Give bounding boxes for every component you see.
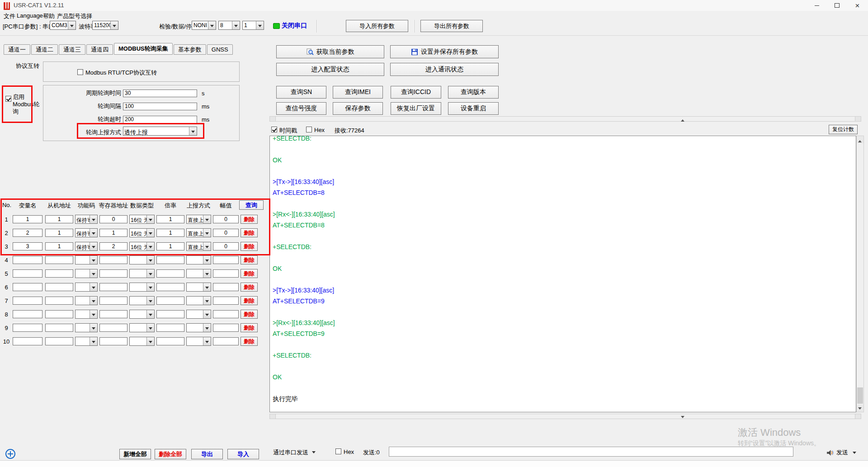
chevron-down-icon[interactable] [203,242,211,250]
chevron-down-icon[interactable] [90,215,97,223]
set-save-all-params-button[interactable]: 设置并保存所有参数 [390,45,499,58]
var-name-input[interactable] [13,256,42,264]
scroll-up-icon[interactable] [857,136,863,143]
scale-input[interactable] [156,242,184,250]
report-mode-select[interactable] [186,310,211,319]
stop-bits-select[interactable]: 1 [242,21,264,30]
chevron-down-icon[interactable] [146,229,154,237]
splitter-up-icon[interactable] [681,118,684,122]
chevron-down-icon[interactable] [90,310,97,318]
data-bits-select[interactable]: 8 [218,21,240,30]
chevron-down-icon[interactable] [90,256,97,264]
chevron-down-icon[interactable] [256,21,264,29]
func-code-select[interactable] [75,269,98,278]
reg-addr-input[interactable] [99,337,127,345]
data-type-select[interactable]: 16位 无符号 [129,215,155,224]
add-icon[interactable] [5,449,15,459]
amplitude-input[interactable] [213,324,239,332]
tab-通道一[interactable]: 通道一 [4,44,30,55]
reg-addr-input[interactable] [99,297,127,305]
chevron-down-icon[interactable] [90,283,97,291]
chevron-down-icon[interactable] [146,337,154,345]
chevron-down-icon[interactable] [208,21,216,29]
parity-select[interactable]: NONI [192,21,216,30]
slave-addr-input[interactable] [45,215,73,223]
slave-addr-input[interactable] [45,310,73,318]
delete-row-button[interactable]: 删除 [241,337,258,346]
hex-display-checkbox[interactable] [306,127,312,132]
com-port-select[interactable]: COM3 [50,21,76,30]
report-mode-select[interactable] [186,296,211,305]
timestamp-checkbox[interactable] [271,127,277,132]
enable-modbus-poll-checkbox[interactable] [5,96,11,102]
query-imei-button[interactable]: 查询IMEI [333,86,383,99]
data-type-select[interactable] [129,323,155,332]
scale-input[interactable] [156,229,184,237]
amplitude-input[interactable] [213,337,239,345]
chevron-down-icon[interactable] [90,269,97,278]
delete-row-button[interactable]: 删除 [241,228,258,237]
save-params-button[interactable]: 保存参数 [333,102,383,115]
var-name-input[interactable] [13,269,42,278]
tab-GNSS[interactable]: GNSS [207,44,233,55]
slave-addr-input[interactable] [45,337,73,345]
chevron-down-icon[interactable] [146,242,154,250]
data-type-select[interactable]: 16位 无符号 [129,242,155,251]
query-sn-button[interactable]: 查询SN [276,86,326,99]
device-restart-button[interactable]: 设备重启 [448,102,499,115]
amplitude-input[interactable] [213,269,239,278]
func-code-select[interactable]: 保持寄存器 [75,215,98,224]
scale-input[interactable] [156,283,184,291]
report-mode-select[interactable]: 直接上报 [186,228,211,237]
chevron-down-icon[interactable] [146,324,154,332]
scale-input[interactable] [156,337,184,345]
amplitude-input[interactable] [213,310,239,318]
var-name-input[interactable] [13,297,42,305]
maximize-button[interactable] [827,0,847,11]
menu-product-model[interactable]: 产品型号选择 [57,12,92,20]
scroll-right-icon[interactable] [855,117,861,121]
scale-input[interactable] [156,256,184,264]
amplitude-input[interactable] [213,242,239,250]
func-code-select[interactable] [75,283,98,292]
log-top-scrollbar[interactable] [269,116,861,122]
data-type-select[interactable] [129,296,155,305]
chevron-down-icon[interactable] [90,229,97,237]
chevron-down-icon[interactable] [146,269,154,278]
log-bottom-scrollbar[interactable] [269,414,861,419]
chevron-down-icon[interactable] [146,310,154,318]
minimize-button[interactable] [807,0,827,11]
delete-row-button[interactable]: 删除 [241,323,258,332]
data-type-select[interactable] [129,283,155,292]
chevron-down-icon[interactable] [68,21,75,29]
report-mode-select[interactable]: 直接上报 [186,215,211,224]
amplitude-input[interactable] [213,229,239,237]
chevron-down-icon[interactable] [203,256,211,264]
modbus-rtu-tcp-checkbox[interactable] [77,69,83,75]
delete-row-button[interactable]: 删除 [241,269,258,278]
scroll-left-icon[interactable] [270,117,276,121]
var-name-input[interactable] [13,310,42,318]
chevron-down-icon[interactable] [90,242,97,250]
report-mode-select[interactable] [186,337,211,346]
poll-field-input[interactable] [123,116,197,123]
var-name-input[interactable] [13,324,42,332]
reg-addr-input[interactable] [99,215,127,223]
slave-addr-input[interactable] [45,229,73,237]
menu-file[interactable]: 文件 [4,12,15,20]
slave-addr-input[interactable] [45,242,73,250]
reg-addr-input[interactable] [99,229,127,237]
var-name-input[interactable] [13,283,42,291]
report-mode-select[interactable] [186,283,211,292]
chevron-down-icon[interactable] [90,324,97,332]
func-code-select[interactable] [75,337,98,346]
log-vertical-scrollbar[interactable] [856,136,864,412]
chevron-down-icon[interactable] [203,215,211,223]
chevron-down-icon[interactable] [146,256,154,264]
query-signal-button[interactable]: 查信号强度 [276,102,326,115]
scale-input[interactable] [156,215,184,223]
slave-addr-input[interactable] [45,324,73,332]
var-name-input[interactable] [13,229,42,237]
chevron-down-icon[interactable] [146,297,154,305]
scale-input[interactable] [156,297,184,305]
